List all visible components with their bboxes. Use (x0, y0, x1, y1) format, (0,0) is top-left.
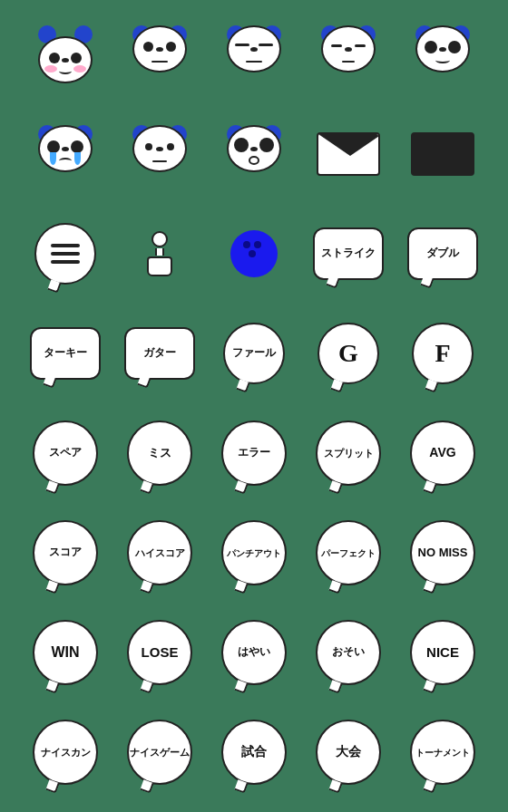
f-label: F (435, 340, 450, 368)
slow-label: おそい (332, 646, 365, 658)
bubble-double: ダブル (407, 227, 478, 280)
bubble-tournament2: 大会 (316, 720, 381, 785)
bubble-score: スコア (33, 520, 98, 585)
tournament-label: トーナメント (415, 748, 470, 758)
cell-r1c3 (209, 9, 299, 100)
bubble-f: F (412, 323, 474, 384)
panda-shocked (221, 125, 287, 183)
bowling-ball-icon (230, 230, 278, 277)
cell-r5c2: ミス (114, 408, 205, 498)
panda-crying (33, 125, 98, 183)
cell-r8c5: トーナメント (397, 707, 488, 798)
bubble-miss: ミス (127, 420, 192, 486)
pin-head (151, 231, 168, 247)
cell-r6c5: NO MISS (397, 508, 488, 598)
cell-r6c1: スコア (20, 508, 111, 598)
cell-r3c4: ストライク (303, 208, 394, 299)
bowling-pin-icon (147, 231, 172, 276)
bubble-nice: NICE (410, 620, 475, 685)
cell-r1c4 (303, 9, 394, 100)
cell-r7c3: はやい (209, 607, 299, 698)
cell-r8c2: ナイスゲーム (114, 707, 205, 798)
ball-hole (249, 250, 256, 257)
tournament2-label: 大会 (336, 745, 361, 759)
cell-r4c3: ファール (209, 308, 299, 399)
bubble-punchout: パンチアウト (221, 520, 287, 585)
panda-lines-eyes (221, 25, 287, 83)
bubble-nomiss: NO MISS (410, 520, 475, 585)
panda-round-eyes (410, 25, 475, 83)
cell-r3c2 (114, 208, 205, 299)
menu-line (51, 252, 80, 256)
bubble-nicegame: ナイスゲーム (127, 720, 192, 785)
bubble-menu (34, 223, 96, 285)
fast-label: はやい (238, 646, 270, 658)
foul-label: ファール (232, 347, 276, 359)
cell-r2c3 (209, 109, 299, 199)
cell-r5c5: AVG (397, 408, 488, 498)
bubble-turkey: ターキー (30, 327, 101, 380)
bubble-tournament: トーナメント (410, 720, 475, 785)
bubble-foul: ファール (223, 323, 285, 384)
cell-r2c4 (303, 109, 394, 199)
envelope-icon (317, 132, 380, 176)
bubble-slow: おそい (316, 620, 381, 685)
menu-line (51, 260, 80, 264)
panda-dots (127, 125, 192, 183)
hiscore-label: ハイスコア (135, 547, 185, 558)
bubble-hiscore: ハイスコア (127, 520, 192, 585)
g-label: G (338, 340, 358, 368)
cell-r6c2: ハイスコア (114, 508, 205, 598)
score-label: スコア (49, 546, 82, 558)
bubble-match: 試合 (221, 720, 287, 785)
cell-r6c4: パーフェクト (303, 508, 394, 598)
cell-r2c5 (397, 109, 488, 199)
bubble-win: WIN (33, 620, 98, 685)
win-label: WIN (51, 644, 79, 661)
cell-r3c1 (20, 208, 111, 299)
cell-r7c2: LOSE (114, 607, 205, 698)
cell-r4c2: ガター (114, 308, 205, 399)
bubble-error: エラー (221, 420, 287, 486)
cell-r6c3: パンチアウト (209, 508, 299, 598)
cell-r1c1 (20, 9, 111, 100)
cell-r4c5: F (397, 308, 488, 399)
cell-r4c1: ターキー (20, 308, 111, 399)
cell-r2c1 (20, 109, 111, 199)
bubble-nicekan: ナイスカン (33, 720, 98, 785)
pin-neck (155, 248, 164, 256)
bubble-perfect: パーフェクト (316, 520, 381, 585)
miss-label: ミス (148, 447, 171, 459)
spare-label: スペア (49, 447, 82, 459)
cell-r8c3: 試合 (209, 707, 299, 798)
panda-dash-eyes (316, 25, 381, 83)
menu-line (51, 244, 80, 247)
nice-label: NICE (426, 645, 459, 661)
panda-normal (127, 25, 192, 83)
lose-label: LOSE (142, 645, 179, 661)
error-label: エラー (238, 447, 270, 459)
turkey-label: ターキー (44, 347, 87, 359)
cell-r1c2 (114, 9, 205, 100)
bubble-g: G (318, 323, 379, 384)
cell-r5c3: エラー (209, 408, 299, 498)
cell-r7c4: おそい (303, 607, 394, 698)
bubble-fast: はやい (221, 620, 287, 685)
bubble-strike: ストライク (313, 227, 384, 280)
cell-r8c1: ナイスカン (20, 707, 111, 798)
strike-label: ストライク (321, 247, 376, 259)
flag-icon (411, 132, 474, 176)
cell-r3c3 (209, 208, 299, 299)
cell-r3c5: ダブル (397, 208, 488, 299)
bubble-gutter: ガター (124, 327, 195, 380)
nicegame-label: ナイスゲーム (130, 747, 190, 758)
cell-r1c5 (397, 9, 488, 100)
menu-lines (51, 244, 80, 264)
cell-r7c1: WIN (20, 607, 111, 698)
bubble-spare: スペア (33, 420, 98, 486)
cell-r4c4: G (303, 308, 394, 399)
bubble-split: スプリット (316, 420, 381, 486)
avg-label: AVG (429, 446, 455, 459)
cell-r8c4: 大会 (303, 707, 394, 798)
cell-r2c2 (114, 109, 205, 199)
